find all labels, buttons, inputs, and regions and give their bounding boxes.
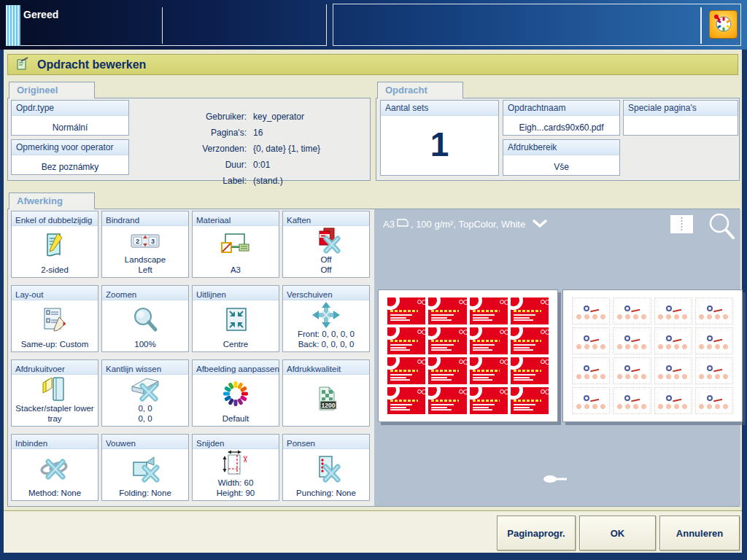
finishing-tile[interactable]: Kantlijn wissen 0, 00, 0 bbox=[101, 359, 189, 427]
finishing-tile[interactable]: Materiaal A3 bbox=[192, 211, 279, 278]
job-type-field[interactable]: Opdr.type Normální bbox=[11, 100, 129, 136]
preview-pane: A3 , 100 g/m², TopColor, White bbox=[374, 209, 740, 506]
chevron-down-icon[interactable] bbox=[532, 219, 548, 230]
info-label: Gebruiker: bbox=[141, 109, 247, 125]
binding-edge-icon: 2 3 bbox=[102, 226, 188, 255]
finishing-tile[interactable]: Enkel of dubbelzijdig 2-sided bbox=[11, 211, 98, 278]
tile-label: Uitlijnen bbox=[196, 290, 226, 299]
field-label: Opdrachtnaam bbox=[503, 101, 619, 116]
business-card-front: ✂ bbox=[428, 387, 466, 414]
tile-label: Afdrukkwaliteit bbox=[287, 365, 341, 373]
sheet-front-preview: ✂✂✂✂✂✂✂✂✂✂✂✂✂✂✂✂ bbox=[378, 289, 558, 422]
business-card-back: ✂ bbox=[695, 327, 733, 354]
tile-value: tray bbox=[12, 414, 98, 424]
info-value: 16 bbox=[253, 125, 263, 141]
svg-text:3: 3 bbox=[151, 238, 155, 245]
operator-note-field[interactable]: Opmerking voor operator Bez poznámky bbox=[11, 139, 129, 175]
cancel-button[interactable]: Annuleren bbox=[659, 516, 740, 551]
finishing-tiles-grid: Enkel of dubbelzijdig 2-sided Bindrand 2… bbox=[11, 211, 370, 501]
section-origineel: Origineel Opdr.type Normální Opmerking v… bbox=[7, 82, 371, 181]
tab-afwerking[interactable]: Afwerking bbox=[9, 192, 95, 209]
tile-label: Enkel of dubbelzijdig bbox=[15, 216, 93, 225]
tab-opdracht[interactable]: Opdracht bbox=[377, 82, 463, 98]
finishing-tile[interactable]: Uitlijnen Centre bbox=[192, 285, 279, 352]
ok-button[interactable]: OK bbox=[579, 516, 656, 551]
job-info-row: Gebruiker: key_operator bbox=[141, 109, 363, 125]
info-label: Label: bbox=[141, 173, 247, 189]
tile-label: Lay-out bbox=[15, 290, 43, 299]
finishing-tile[interactable]: Lay-out Same-up: Custom bbox=[11, 285, 98, 352]
tile-value: Width: 60 bbox=[193, 478, 279, 489]
page-program-button[interactable]: Paginaprogr. bbox=[497, 516, 576, 551]
tile-value: Off bbox=[283, 265, 369, 276]
number-of-sets-field[interactable]: Aantal sets 1 bbox=[380, 100, 499, 176]
folding-icon bbox=[102, 449, 188, 489]
info-label: Verzonden: bbox=[141, 141, 247, 157]
front-cards-grid: ✂✂✂✂✂✂✂✂✂✂✂✂✂✂✂✂ bbox=[387, 298, 549, 414]
tile-label: Verschuiven bbox=[287, 290, 333, 299]
business-card-front: ✂ bbox=[428, 298, 466, 324]
business-card-front: ✂ bbox=[511, 327, 549, 354]
business-card-front: ✂ bbox=[387, 298, 425, 324]
topbar-divider bbox=[162, 7, 163, 44]
finishing-tile[interactable]: Kaften OffOff bbox=[282, 211, 370, 278]
business-card-front: ✂ bbox=[511, 357, 549, 384]
business-card-back: ✂ bbox=[572, 327, 610, 354]
tile-value: Left bbox=[102, 265, 188, 276]
job-name-field[interactable]: Opdrachtnaam Eigh...cards90x60.pdf bbox=[503, 100, 620, 136]
sets-count-value: 1 bbox=[381, 125, 498, 164]
align-icon bbox=[193, 300, 279, 340]
activity-stripes-indicator bbox=[6, 5, 20, 46]
zoom-preview-icon[interactable] bbox=[706, 211, 737, 244]
tile-label: Snijden bbox=[196, 439, 224, 448]
tile-label: Afbeelding aanpassen bbox=[196, 365, 279, 373]
business-card-back: ✂ bbox=[654, 387, 692, 414]
paper-feed-plug-icon bbox=[542, 474, 568, 487]
tile-label: Ponsen bbox=[287, 439, 315, 448]
finishing-tile[interactable]: Snijden ✂ Width: 60Height: 90 bbox=[192, 434, 279, 501]
tile-value: Same-up: Custom bbox=[12, 340, 98, 350]
business-card-back: ✂ bbox=[613, 357, 651, 384]
color-settings-button[interactable] bbox=[709, 10, 738, 39]
finishing-tile[interactable]: Verschuiven Front: 0, 0, 0, 0Back: 0, 0,… bbox=[282, 285, 370, 352]
business-card-back: ✂ bbox=[695, 298, 733, 324]
business-card-back: ✂ bbox=[572, 357, 610, 384]
tile-value: Stacker/stapler lower bbox=[12, 404, 98, 414]
business-card-back: ✂ bbox=[572, 298, 610, 324]
info-value: key_operator bbox=[253, 109, 304, 125]
finishing-tile[interactable]: Ponsen Punching: None bbox=[282, 434, 370, 501]
spread-view-icon[interactable] bbox=[670, 215, 693, 236]
finishing-tile[interactable]: Afdrukuitvoer Stacker/stapler lowertray bbox=[11, 359, 98, 427]
finishing-tile[interactable]: Afbeelding aanpassen Default bbox=[192, 359, 279, 427]
field-value: Bez poznámky bbox=[12, 162, 128, 172]
finishing-tile[interactable]: Inbinden Method: None bbox=[11, 434, 98, 501]
job-info-row: Duur: 0:01 bbox=[141, 157, 363, 173]
print-range-field[interactable]: Afdrukbereik Vše bbox=[503, 139, 620, 176]
finishing-tile[interactable]: Bindrand 2 3 LandscapeLeft bbox=[101, 211, 189, 278]
tab-origineel[interactable]: Origineel bbox=[9, 82, 95, 98]
job-info-block: Gebruiker: key_operator Pagina's: 16 Ver… bbox=[141, 109, 363, 189]
business-card-back: ✂ bbox=[654, 298, 692, 324]
field-value: Eigh...cards90x60.pdf bbox=[503, 122, 619, 133]
business-card-back: ✂ bbox=[572, 387, 610, 414]
tile-value: Front: 0, 0, 0, 0 bbox=[283, 330, 369, 340]
business-card-back: ✂ bbox=[695, 357, 733, 384]
business-card-front: ✂ bbox=[387, 327, 425, 354]
paper-info-dropdown[interactable]: A3 , 100 g/m², TopColor, White bbox=[383, 218, 548, 230]
finishing-tile[interactable]: Afdrukkwaliteit 1200 bbox=[282, 359, 370, 427]
info-label: Pagina's: bbox=[141, 125, 247, 141]
layout-icon bbox=[12, 300, 98, 340]
finishing-tile[interactable]: Vouwen Folding: None bbox=[101, 434, 189, 501]
tile-value: 0, 0 bbox=[102, 414, 188, 424]
business-card-back: ✂ bbox=[613, 327, 651, 354]
printer-status-text: Gereed bbox=[23, 9, 58, 20]
finishing-tile[interactable]: Zoomen 100% bbox=[101, 285, 189, 352]
tile-value: Centre bbox=[193, 340, 279, 350]
special-pages-field[interactable]: Speciale pagina's bbox=[623, 100, 738, 136]
business-card-front: ✂ bbox=[470, 298, 508, 324]
tile-label: Zoomen bbox=[106, 290, 136, 299]
business-card-front: ✂ bbox=[470, 357, 508, 384]
two-sided-icon bbox=[12, 226, 98, 265]
tile-label: Materiaal bbox=[196, 216, 231, 225]
job-info-row: Pagina's: 16 bbox=[141, 125, 363, 141]
